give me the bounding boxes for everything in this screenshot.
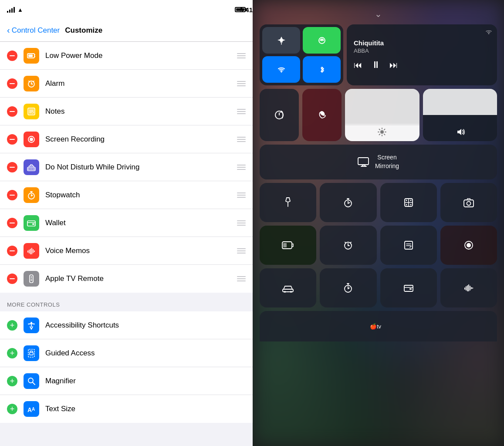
apple-tv-remote-label: Apple TV Remote [45, 274, 237, 283]
notes-cc-button[interactable] [380, 226, 437, 265]
more-controls-header: MORE CONTROLS [0, 293, 253, 311]
remove-stopwatch-button[interactable] [7, 190, 17, 200]
list-item-alarm[interactable]: Alarm [0, 70, 253, 98]
cc-row-4 [260, 183, 497, 222]
cc-row-6 [260, 268, 497, 307]
magnifier-label: Magnifier [45, 377, 246, 385]
do-not-disturb-button[interactable] [302, 89, 342, 141]
screen-mirroring-button[interactable]: ScreenMirroring [260, 145, 497, 179]
svg-rect-34 [30, 279, 32, 280]
fast-forward-button[interactable]: ⏭ [389, 60, 398, 70]
voice-memos-cc-button[interactable] [440, 268, 497, 307]
apple-tv-cc-button[interactable]: 🍎tv [260, 311, 497, 341]
svg-rect-3 [28, 54, 33, 57]
rewind-button[interactable]: ⏮ [354, 60, 362, 70]
list-item-magnifier[interactable]: Magnifier [0, 367, 253, 395]
list-item-voice-memos[interactable]: Voice Memos [0, 237, 253, 265]
alarm-cc-button[interactable] [320, 226, 376, 265]
calculator-button[interactable] [380, 183, 437, 222]
notes-label: Notes [45, 107, 237, 116]
svg-rect-97 [409, 288, 412, 290]
screen-record-cc-button[interactable] [440, 226, 497, 265]
add-text-size-button[interactable] [7, 404, 17, 414]
bluetooth-button[interactable] [303, 56, 341, 83]
page-title: Customize [65, 26, 246, 35]
pause-button[interactable]: ⏸ [371, 59, 381, 71]
remove-screen-recording-button[interactable] [7, 134, 17, 145]
drag-handle [237, 276, 246, 281]
remove-apple-tv-button[interactable] [7, 274, 17, 284]
wifi-status-icon: ▲ [17, 7, 23, 13]
connectivity-tile[interactable] [260, 24, 343, 85]
flashlight-button[interactable] [260, 183, 316, 222]
svg-rect-76 [283, 243, 287, 247]
cc-row-3: ScreenMirroring [260, 145, 497, 179]
add-guided-access-button[interactable] [7, 348, 17, 358]
apple-tv-remote-icon [24, 271, 39, 287]
low-power-mode-icon [24, 48, 39, 64]
media-title: Chiquitita [354, 39, 384, 47]
cc-row-7: 🍎tv [260, 311, 497, 341]
volume-slider[interactable] [423, 89, 497, 141]
control-center-panel: ⌄ [253, 0, 504, 446]
drag-handle [237, 81, 246, 86]
svg-point-71 [406, 204, 407, 206]
voice-memos-label: Voice Memos [45, 247, 237, 255]
remove-wallet-button[interactable] [7, 218, 17, 228]
add-magnifier-button[interactable] [7, 376, 17, 386]
remove-voice-memos-button[interactable] [7, 246, 17, 256]
battery-fill [236, 8, 244, 11]
list-item-text-size[interactable]: AA Text Size [0, 395, 253, 423]
status-bar: ▲ 9:41 AM [0, 0, 253, 19]
drag-handle [237, 193, 246, 198]
camera-button[interactable] [440, 183, 497, 222]
cellular-button[interactable] [303, 27, 341, 54]
remove-low-power-mode-button[interactable] [7, 51, 17, 61]
svg-rect-38 [30, 352, 33, 355]
brightness-slider[interactable] [345, 89, 419, 141]
svg-line-81 [350, 242, 351, 243]
stopwatch-cc-button[interactable] [320, 268, 376, 307]
accessibility-icon [24, 318, 39, 333]
notes-icon [24, 104, 39, 119]
list-item-low-power-mode[interactable]: Low Power Mode [0, 42, 253, 70]
remove-notes-button[interactable] [7, 106, 17, 117]
list-item-do-not-disturb[interactable]: Do Not Disturb While Driving [0, 153, 253, 181]
battery-status-button[interactable] [260, 226, 316, 265]
list-item-apple-tv-remote[interactable]: Apple TV Remote [0, 265, 253, 293]
list-item-screen-recording[interactable]: Screen Recording [0, 125, 253, 153]
list-item-guided-access[interactable]: Guided Access [0, 339, 253, 367]
now-playing-tile[interactable]: Chiquitita ABBA ⏮ ⏸ ⏭ [347, 24, 497, 85]
signal-bars [7, 7, 15, 13]
svg-text:A: A [27, 406, 32, 413]
left-panel: ▲ 9:41 AM ‹ Control Center Customize Low… [0, 0, 253, 446]
screen-recording-label: Screen Recording [45, 135, 237, 144]
chevron-down-icon[interactable]: ⌄ [375, 9, 382, 19]
back-button[interactable]: ‹ Control Center [7, 26, 60, 35]
wallet-cc-button[interactable] [380, 268, 437, 307]
list-item-accessibility[interactable]: Accessibility Shortcuts [0, 311, 253, 339]
list-item-notes[interactable]: Notes [0, 98, 253, 125]
alarm-icon [24, 76, 39, 91]
svg-rect-73 [464, 200, 474, 207]
text-size-icon: AA [24, 401, 39, 417]
remove-alarm-button[interactable] [7, 78, 17, 89]
svg-point-89 [290, 291, 292, 293]
included-controls-section: Low Power Mode Alarm Notes Screen Record… [0, 42, 253, 293]
timer-button[interactable] [320, 183, 376, 222]
wifi-button[interactable] [262, 56, 300, 83]
car-mode-button[interactable] [260, 268, 316, 307]
list-item-wallet[interactable]: Wallet [0, 209, 253, 237]
rotation-lock-button[interactable] [260, 89, 299, 141]
chevron-left-icon: ‹ [7, 25, 10, 35]
svg-point-74 [467, 202, 470, 206]
status-bar-right [235, 7, 246, 12]
list-item-stopwatch[interactable]: Stopwatch [0, 181, 253, 209]
stopwatch-label: Stopwatch [45, 191, 237, 199]
stopwatch-icon [24, 187, 39, 203]
do-not-disturb-icon [24, 159, 39, 175]
low-power-mode-label: Low Power Mode [45, 51, 237, 60]
add-accessibility-button[interactable] [7, 320, 17, 331]
remove-dnd-button[interactable] [7, 162, 17, 172]
airplane-mode-button[interactable] [262, 27, 300, 54]
